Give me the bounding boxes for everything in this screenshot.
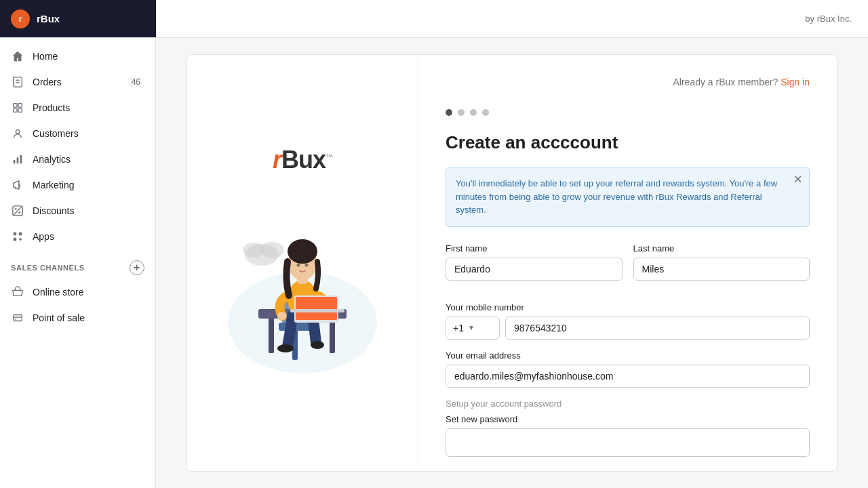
- sidebar-label-analytics: Analytics: [33, 154, 71, 165]
- sidebar-item-point-of-sale[interactable]: Point of sale: [0, 305, 155, 331]
- svg-point-40: [305, 264, 309, 267]
- first-name-input[interactable]: [446, 258, 623, 281]
- app-card-illustration: rBux™: [187, 55, 418, 471]
- svg-point-7: [16, 130, 19, 134]
- svg-point-20: [15, 319, 16, 320]
- sidebar-label-online-store: Online store: [33, 287, 83, 298]
- set-password-label: Set new password: [446, 414, 810, 424]
- app-logo: rBux™: [273, 146, 332, 174]
- info-banner: You'll immediately be able to set up you…: [446, 167, 810, 227]
- store-icon: [11, 285, 24, 299]
- sidebar: Home Orders 46 Products: [0, 0, 156, 488]
- svg-rect-15: [14, 232, 17, 236]
- sign-in-link[interactable]: Sign in: [781, 77, 810, 87]
- svg-point-11: [15, 208, 17, 210]
- email-group: Your email address: [446, 350, 810, 388]
- sales-channels-section: SALES CHANNELS +: [0, 249, 155, 279]
- topbar-right: by rBux Inc.: [156, 14, 857, 24]
- already-member-text: Already a rBux member? Sign in: [446, 77, 810, 87]
- sidebar-item-orders[interactable]: Orders 46: [0, 69, 155, 95]
- sidebar-label-customers: Customers: [33, 128, 79, 139]
- rbux-logo-text: rBux™: [273, 146, 332, 174]
- sidebar-label-marketing: Marketing: [33, 180, 74, 190]
- svg-point-24: [243, 243, 264, 258]
- first-name-group: First name: [446, 243, 623, 281]
- last-name-group: Last name: [633, 243, 810, 281]
- svg-point-38: [288, 239, 317, 264]
- illustration: [214, 190, 391, 380]
- svg-point-39: [297, 264, 300, 267]
- step-dot-3[interactable]: [470, 109, 477, 116]
- svg-rect-16: [19, 232, 22, 236]
- orders-icon: [11, 75, 24, 89]
- apps-icon: [11, 230, 24, 243]
- svg-rect-5: [14, 108, 17, 112]
- sidebar-label-home: Home: [33, 51, 58, 62]
- sidebar-item-apps[interactable]: Apps: [0, 224, 155, 249]
- marketing-icon: [11, 178, 24, 192]
- topbar: r rBux by rBux Inc.: [0, 0, 868, 38]
- mobile-group: Your mobile number +1 ▼: [446, 302, 810, 340]
- svg-rect-4: [18, 104, 22, 107]
- pos-icon: [11, 311, 24, 325]
- sidebar-item-discounts[interactable]: Discounts: [0, 198, 155, 224]
- step-dot-1[interactable]: [446, 109, 452, 116]
- sidebar-item-customers[interactable]: Customers: [0, 121, 155, 146]
- password-group: Set new password: [446, 414, 810, 457]
- sidebar-item-products[interactable]: Products: [0, 95, 155, 121]
- sidebar-item-online-store[interactable]: Online store: [0, 279, 155, 305]
- sales-channels-label: SALES CHANNELS: [11, 264, 85, 272]
- step-dots: [446, 109, 810, 116]
- brand-icon: r: [11, 9, 30, 28]
- svg-point-12: [18, 211, 20, 214]
- password-input[interactable]: [446, 428, 810, 457]
- step-dot-4[interactable]: [482, 109, 489, 116]
- svg-rect-17: [14, 238, 17, 241]
- sidebar-item-marketing[interactable]: Marketing: [0, 172, 155, 198]
- svg-rect-25: [269, 316, 274, 353]
- country-code-selector[interactable]: +1 ▼: [446, 317, 500, 340]
- sidebar-item-analytics[interactable]: Analytics: [0, 146, 155, 172]
- country-code-chevron: ▼: [468, 324, 475, 331]
- svg-rect-3: [14, 104, 17, 107]
- mobile-label: Your mobile number: [446, 302, 810, 312]
- svg-rect-43: [290, 309, 344, 312]
- info-banner-text: You'll immediately be able to set up you…: [456, 178, 777, 215]
- setup-password-label: Setup your account password: [446, 399, 810, 409]
- form-title: Create an accccount: [446, 132, 810, 153]
- products-icon: [11, 101, 24, 115]
- app-card-form: Already a rBux member? Sign in Create an…: [418, 55, 837, 471]
- by-text: by rBux Inc.: [805, 14, 852, 24]
- discounts-icon: [11, 204, 24, 218]
- orders-badge: 46: [127, 77, 144, 87]
- svg-rect-18: [14, 315, 22, 321]
- svg-point-34: [277, 344, 294, 352]
- svg-rect-10: [20, 155, 22, 164]
- sidebar-item-home[interactable]: Home: [0, 43, 155, 69]
- country-code-value: +1: [453, 323, 464, 333]
- email-input[interactable]: [446, 365, 810, 388]
- sidebar-label-point-of-sale: Point of sale: [33, 312, 85, 323]
- svg-point-35: [311, 341, 324, 349]
- main-content: rBux™: [156, 38, 868, 488]
- sidebar-label-discounts: Discounts: [33, 205, 74, 216]
- sidebar-label-apps: Apps: [33, 231, 54, 242]
- sidebar-nav: Home Orders 46 Products: [0, 38, 155, 336]
- sidebar-label-products: Products: [33, 102, 70, 113]
- name-row: First name Last name: [446, 243, 810, 291]
- home-icon: [11, 49, 24, 63]
- svg-rect-42: [296, 297, 337, 320]
- svg-rect-6: [18, 108, 22, 112]
- svg-point-32: [277, 312, 287, 320]
- phone-row: +1 ▼: [446, 317, 810, 340]
- svg-rect-9: [17, 157, 19, 163]
- mobile-number-input[interactable]: [505, 317, 810, 340]
- last-name-input[interactable]: [633, 258, 810, 281]
- info-banner-close-button[interactable]: ✕: [793, 174, 802, 185]
- brand-name: rBux: [37, 13, 60, 24]
- add-channel-button[interactable]: +: [130, 260, 144, 275]
- step-dot-2[interactable]: [458, 109, 465, 116]
- last-name-label: Last name: [633, 243, 810, 253]
- analytics-icon: [11, 152, 24, 166]
- svg-rect-8: [14, 160, 16, 163]
